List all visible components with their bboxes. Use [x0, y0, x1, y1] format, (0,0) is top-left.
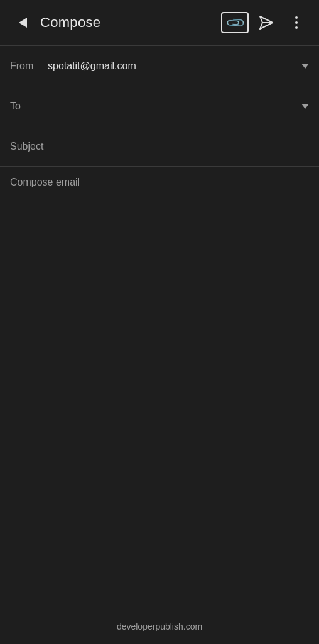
- footer-watermark: developerpublish.com: [0, 621, 319, 631]
- more-dot-3: [295, 26, 298, 29]
- from-row: From spotatit@gmail.com: [0, 46, 319, 86]
- subject-row: [0, 126, 319, 167]
- compose-body-row: [0, 167, 319, 315]
- send-button[interactable]: [254, 10, 279, 35]
- attach-button[interactable]: 📎: [221, 12, 249, 33]
- to-row: To: [0, 86, 319, 126]
- compose-body-input[interactable]: [10, 177, 309, 303]
- send-icon: [259, 15, 274, 30]
- toolbar-icons: 📎: [221, 10, 309, 35]
- more-options-button[interactable]: [284, 10, 309, 35]
- watermark-text: developerpublish.com: [117, 621, 202, 631]
- from-dropdown-button[interactable]: [301, 64, 309, 69]
- attach-icon: 📎: [224, 12, 246, 34]
- to-label: To: [10, 101, 48, 112]
- to-dropdown-button[interactable]: [301, 104, 309, 109]
- app-bar: Compose 📎: [0, 0, 319, 45]
- back-arrow-icon: [19, 18, 27, 28]
- page-title: Compose: [40, 14, 221, 31]
- more-icon: [295, 16, 298, 29]
- from-value: spotatit@gmail.com: [48, 58, 301, 74]
- to-input[interactable]: [48, 98, 301, 114]
- from-label: From: [10, 60, 48, 72]
- back-button[interactable]: [10, 10, 35, 35]
- subject-input[interactable]: [10, 138, 309, 155]
- more-dot-1: [295, 16, 298, 19]
- compose-fields: From spotatit@gmail.com To: [0, 45, 319, 315]
- more-dot-2: [295, 21, 298, 24]
